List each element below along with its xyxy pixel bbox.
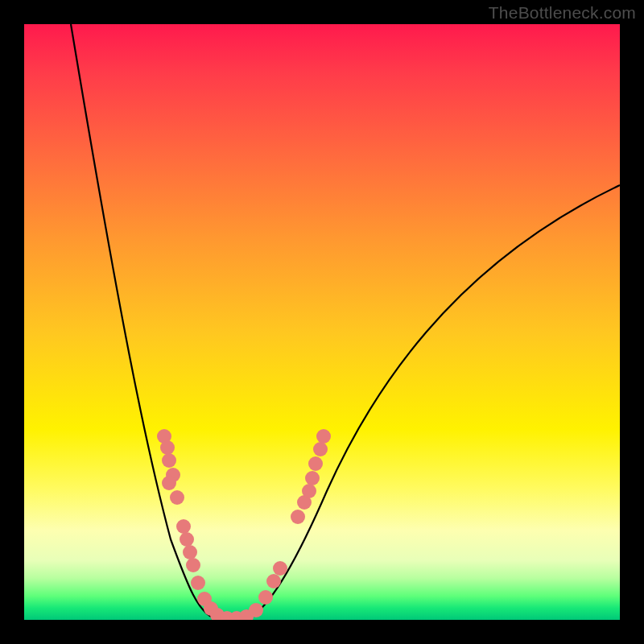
- data-point: [302, 484, 316, 498]
- data-point: [249, 603, 263, 617]
- chart-plot-area: [24, 24, 620, 620]
- data-point: [266, 574, 281, 588]
- data-point: [160, 440, 175, 455]
- data-point: [305, 471, 320, 485]
- data-point: [186, 558, 200, 572]
- bottleneck-curve: [71, 24, 620, 620]
- data-point: [180, 532, 194, 547]
- watermark-text: TheBottleneck.com: [489, 3, 636, 23]
- data-point: [316, 429, 331, 444]
- data-point: [258, 590, 273, 605]
- data-point: [170, 490, 184, 505]
- chart-svg: [24, 24, 620, 620]
- data-point: [162, 476, 176, 490]
- data-point: [191, 576, 205, 590]
- data-markers: [157, 429, 331, 620]
- data-point: [183, 545, 197, 559]
- data-point: [308, 456, 323, 471]
- data-point: [313, 442, 328, 456]
- data-point: [176, 519, 191, 534]
- data-point: [273, 561, 287, 576]
- data-point: [291, 510, 305, 524]
- data-point: [162, 453, 176, 468]
